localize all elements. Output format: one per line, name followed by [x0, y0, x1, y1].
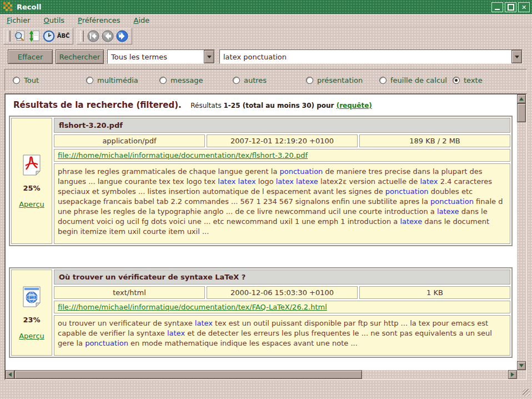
search-mode-value: Tous les termes [108, 53, 204, 61]
filter-option-présentation[interactable]: présentation [306, 76, 379, 84]
result-size: 1 KB [359, 286, 510, 299]
next-page-icon [116, 29, 129, 43]
horizontal-scroll-track[interactable] [362, 370, 508, 379]
scroll-down-button[interactable] [517, 361, 526, 370]
snippet-text: latex2ε version actuelle de [318, 177, 420, 186]
clear-button[interactable]: Effacer [8, 49, 53, 64]
chevron-down-icon[interactable] [204, 50, 214, 63]
pdf-file-icon [22, 154, 42, 176]
toolbar-group-pages [77, 28, 132, 44]
close-button[interactable]: ✕ [518, 2, 530, 12]
minimize-icon [495, 9, 500, 10]
result-snippet: ou trouver un verificateur de syntaxe la… [54, 315, 510, 356]
history-button[interactable] [42, 29, 56, 43]
radio-icon[interactable] [379, 77, 387, 84]
filter-label: multimédia [97, 76, 138, 84]
filter-label: présentation [317, 76, 363, 84]
menu-label: utils [49, 16, 64, 24]
results-panel: Résultats de la recherche (filtered). Ré… [4, 93, 527, 380]
search-button[interactable]: Rechercher [56, 49, 104, 64]
radio-icon[interactable] [86, 77, 93, 84]
highlighted-term: latexe [400, 217, 422, 226]
radio-selected-icon[interactable] [453, 77, 460, 84]
result-url-link[interactable]: file:///home/michael/informatique/docume… [58, 303, 327, 311]
first-page-button[interactable] [86, 29, 101, 43]
filter-label: Tout [24, 76, 39, 84]
toolbar-grip[interactable] [7, 31, 11, 42]
vertical-scrollbar[interactable] [517, 94, 526, 370]
radio-icon[interactable] [233, 77, 240, 84]
term-explorer-button[interactable]: ÂBĈ [56, 29, 71, 43]
horizontal-scroll-thumb[interactable] [14, 370, 362, 379]
result-meta-row: text/html 2000-12-06 15:03:30 +0100 1 KB [54, 286, 510, 299]
scroll-left-button[interactable] [6, 370, 14, 379]
vertical-scroll-track[interactable] [517, 122, 526, 361]
radio-icon[interactable] [159, 77, 167, 84]
sort-button[interactable] [27, 29, 42, 43]
relevance-percent: 23% [23, 316, 40, 324]
filter-option-texte[interactable]: texte [453, 76, 483, 84]
highlighted-term: latex [218, 177, 235, 186]
highlighted-term: latexe [296, 177, 318, 186]
result-title: flshort-3.20.pdf [54, 118, 510, 133]
new-search-button[interactable] [13, 29, 27, 43]
highlighted-term: ponctuation [385, 187, 429, 196]
result-date: 2000-12-06 15:03:30 +0100 [207, 286, 358, 299]
minimize-button[interactable] [491, 2, 503, 12]
triangle-left-icon [8, 372, 12, 377]
highlighted-term: ponctuation [85, 339, 128, 347]
html-file-icon [22, 286, 42, 308]
menu-label: références [82, 16, 121, 24]
result-url-row: file:///home/michael/informatique/docume… [54, 301, 510, 313]
menu-item-fichier[interactable]: Fichier [0, 15, 37, 26]
scroll-up-button[interactable] [517, 94, 526, 103]
resize-grip-icon[interactable] [523, 389, 530, 396]
search-mode-select[interactable]: Tous les termes [107, 49, 215, 64]
filter-option-message[interactable]: message [159, 76, 233, 84]
next-page-button[interactable] [115, 29, 129, 43]
radio-icon[interactable] [306, 77, 313, 84]
horizontal-scrollbar[interactable] [6, 370, 517, 379]
scroll-right-button[interactable] [508, 370, 517, 379]
preview-link[interactable]: Aperçu [19, 332, 44, 340]
result-url-link[interactable]: file:///home/michael/informatique/docume… [58, 151, 308, 159]
filter-option-multimédia[interactable]: multimédia [86, 76, 159, 84]
filter-label: autres [244, 76, 267, 84]
filter-bar: Toutmultimédiamessageautresprésentationf… [4, 69, 527, 91]
results-count: 1-25 (total au moins 30) pour [223, 102, 336, 109]
title-bar[interactable]: Recoll ✕ [0, 0, 532, 14]
menu-bar: FichierOutilsPréférencesAide [0, 14, 532, 27]
result-snippet: phrase les regles grammaticales de chaqu… [54, 163, 510, 244]
query-link[interactable]: (requête) [337, 102, 372, 109]
result-title: Où trouver un vérificateur de syntaxe La… [54, 270, 510, 285]
snippet-text: ou trouver un verificateur de syntaxe [58, 319, 195, 327]
filter-option-tout[interactable]: Tout [13, 76, 86, 84]
filter-option-autres[interactable]: autres [233, 76, 306, 84]
result-side-column: 25% Aperçu [11, 118, 52, 244]
scrollbar-corner [517, 370, 526, 379]
radio-icon[interactable] [13, 77, 20, 84]
query-combobox[interactable] [219, 49, 523, 64]
vertical-scroll-thumb[interactable] [517, 103, 526, 122]
results-content: Résultats de la recherche (filtered). Ré… [6, 94, 517, 370]
menu-item-aide[interactable]: Aide [127, 15, 157, 26]
maximize-button[interactable] [505, 2, 516, 12]
results-list: 25% Aperçu flshort-3.20.pdf application/… [9, 116, 517, 358]
triangle-down-icon [519, 364, 524, 367]
results-count-prefix: Résultats [190, 102, 223, 109]
snippet-text: logo [256, 177, 276, 186]
results-header: Résultats de la recherche (filtered). Ré… [9, 99, 517, 116]
preview-link[interactable]: Aperçu [19, 200, 44, 208]
toolbar-group-tools: ÂBĈ [3, 28, 73, 44]
snippet-text: phrase les regles grammaticales de chaqu… [58, 167, 280, 176]
filter-option-feuille-de-calcul[interactable]: feuille de calcul [379, 76, 453, 84]
menu-item-outils[interactable]: Outils [37, 15, 72, 26]
result-mime-type: text/html [54, 286, 205, 299]
prev-page-button[interactable] [101, 29, 115, 43]
sort-icon [28, 29, 41, 43]
menu-item-preferences[interactable]: Préférences [71, 15, 127, 26]
query-input[interactable] [220, 51, 511, 62]
toolbar-grip[interactable] [80, 31, 84, 42]
result-meta-row: application/pdf 2007-12-01 12:19:20 +010… [54, 134, 510, 147]
chevron-down-icon[interactable] [511, 50, 522, 63]
